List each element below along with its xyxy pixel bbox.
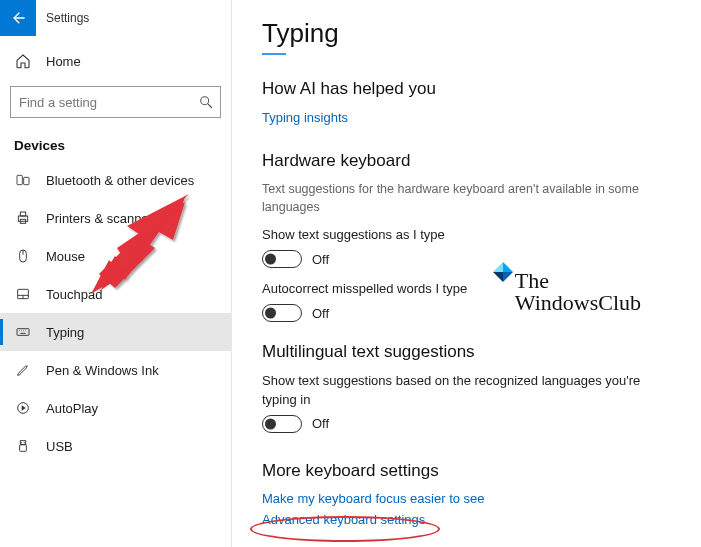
sidebar-item-printers[interactable]: Printers & scanners	[0, 199, 231, 237]
setting-autocorrect: Autocorrect misspelled words I type Off	[262, 280, 671, 322]
section-multilingual: Multilingual text suggestions Show text …	[262, 342, 671, 432]
category-label: Devices	[0, 124, 231, 161]
toggle-show-suggestions[interactable]	[262, 250, 302, 268]
svg-marker-20	[22, 405, 26, 410]
sidebar-item-mouse[interactable]: Mouse	[0, 237, 231, 275]
app-title: Settings	[46, 11, 89, 25]
typing-insights-link[interactable]: Typing insights	[262, 110, 348, 125]
setting-multilingual: Show text suggestions based on the recog…	[262, 372, 671, 432]
home-icon	[14, 52, 32, 70]
svg-rect-2	[17, 175, 22, 184]
toggle-autocorrect[interactable]	[262, 304, 302, 322]
sidebar-item-usb[interactable]: USB	[0, 427, 231, 465]
sidebar: Settings Home Devices Bluetooth & oth	[0, 0, 232, 547]
setting-label: Show text suggestions based on the recog…	[262, 372, 671, 408]
svg-rect-4	[18, 216, 27, 221]
section-hardware: Hardware keyboard Text suggestions for t…	[262, 151, 671, 322]
section-heading: Multilingual text suggestions	[262, 342, 671, 362]
search-wrap	[0, 80, 231, 124]
section-heading: Hardware keyboard	[262, 151, 671, 171]
svg-rect-22	[20, 445, 27, 452]
svg-rect-21	[20, 441, 25, 445]
toggle-state: Off	[312, 252, 329, 267]
title-underline	[262, 53, 286, 55]
setting-show-suggestions: Show text suggestions as I type Off	[262, 226, 671, 268]
sidebar-item-bluetooth[interactable]: Bluetooth & other devices	[0, 161, 231, 199]
toggle-state: Off	[312, 416, 329, 431]
search-icon	[198, 94, 214, 110]
sidebar-item-label: Bluetooth & other devices	[46, 173, 194, 188]
usb-icon	[14, 437, 32, 455]
sidebar-item-typing[interactable]: Typing	[0, 313, 231, 351]
search-box[interactable]	[10, 86, 221, 118]
touchpad-icon	[14, 285, 32, 303]
printer-icon	[14, 209, 32, 227]
toggle-state: Off	[312, 306, 329, 321]
section-desc: Text suggestions for the hardware keyboa…	[262, 181, 671, 216]
sidebar-item-label: Printers & scanners	[46, 211, 159, 226]
section-ai: How AI has helped you Typing insights	[262, 79, 671, 131]
mouse-icon	[14, 247, 32, 265]
content-pane: Typing How AI has helped you Typing insi…	[232, 0, 701, 547]
section-heading: How AI has helped you	[262, 79, 671, 99]
autoplay-icon	[14, 399, 32, 417]
svg-rect-3	[24, 177, 29, 184]
toggle-multilingual[interactable]	[262, 415, 302, 433]
svg-line-1	[208, 104, 212, 108]
advanced-keyboard-link[interactable]: Advanced keyboard settings	[262, 512, 671, 527]
sidebar-item-pen[interactable]: Pen & Windows Ink	[0, 351, 231, 389]
svg-point-0	[201, 97, 209, 105]
sidebar-item-label: Pen & Windows Ink	[46, 363, 159, 378]
search-input[interactable]	[11, 87, 220, 117]
back-button[interactable]	[0, 0, 36, 36]
page-title: Typing	[262, 18, 671, 49]
back-arrow-icon	[10, 10, 26, 26]
sidebar-item-label: Mouse	[46, 249, 85, 264]
svg-point-18	[26, 365, 27, 366]
sidebar-item-label: AutoPlay	[46, 401, 98, 416]
sidebar-item-autoplay[interactable]: AutoPlay	[0, 389, 231, 427]
svg-rect-12	[17, 329, 29, 336]
section-heading: More keyboard settings	[262, 461, 671, 481]
sidebar-item-label: Touchpad	[46, 287, 102, 302]
bluetooth-devices-icon	[14, 171, 32, 189]
topbar: Settings	[0, 0, 231, 36]
keyboard-icon	[14, 323, 32, 341]
nav-list: Bluetooth & other devices Printers & sca…	[0, 161, 231, 465]
pen-icon	[14, 361, 32, 379]
sidebar-item-label: Typing	[46, 325, 84, 340]
setting-label: Autocorrect misspelled words I type	[262, 280, 671, 298]
sidebar-item-touchpad[interactable]: Touchpad	[0, 275, 231, 313]
svg-rect-5	[20, 212, 25, 216]
sidebar-item-home[interactable]: Home	[0, 42, 231, 80]
focus-easier-link[interactable]: Make my keyboard focus easier to see	[262, 491, 671, 506]
section-more: More keyboard settings Make my keyboard …	[262, 461, 671, 527]
setting-label: Show text suggestions as I type	[262, 226, 671, 244]
sidebar-item-label: USB	[46, 439, 73, 454]
home-label: Home	[46, 54, 81, 69]
